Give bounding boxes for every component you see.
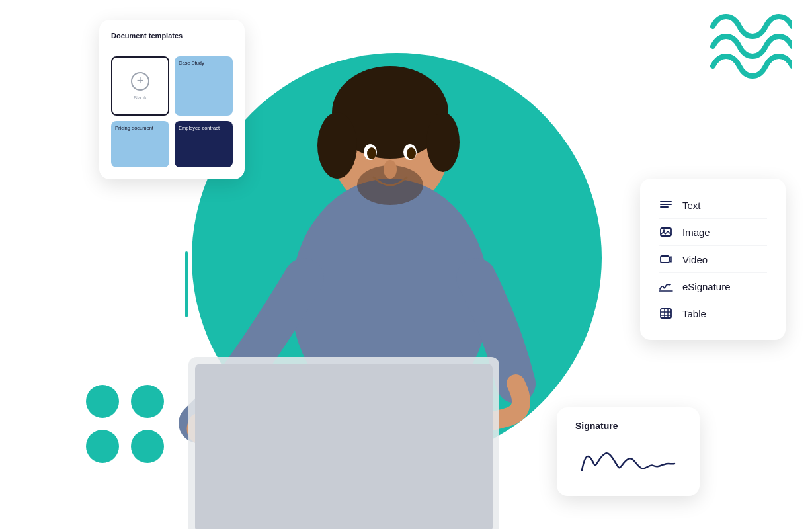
features-card: Text Image Video eSignatur <box>640 179 786 340</box>
dot-3 <box>86 430 119 463</box>
dot-1 <box>86 385 119 418</box>
feature-table[interactable]: Table <box>659 300 767 327</box>
feature-image-label: Image <box>682 227 710 238</box>
svg-rect-21 <box>661 256 669 263</box>
video-icon <box>659 252 673 266</box>
circle-background <box>192 53 602 463</box>
template-employee[interactable]: Employee contract <box>175 121 233 167</box>
svg-rect-19 <box>661 228 671 236</box>
text-icon <box>659 198 673 212</box>
dot-4 <box>131 430 164 463</box>
svg-rect-23 <box>661 309 671 318</box>
teal-accent-line <box>185 251 188 317</box>
templates-grid: + Blank Case Study Pricing document Empl… <box>111 56 233 167</box>
feature-text-label: Text <box>682 200 701 211</box>
esignature-icon <box>659 279 673 294</box>
signature-title: Signature <box>575 421 681 431</box>
feature-image[interactable]: Image <box>659 219 767 246</box>
template-blank-label: Blank <box>134 95 147 101</box>
template-case-study-label: Case Study <box>179 60 204 66</box>
doc-templates-title: Document templates <box>111 32 233 40</box>
template-employee-label: Employee contract <box>179 125 220 131</box>
template-case-study[interactable]: Case Study <box>175 56 233 116</box>
table-icon <box>659 306 673 321</box>
decorative-dots <box>86 385 164 463</box>
feature-esignature[interactable]: eSignature <box>659 273 767 300</box>
squiggle-decoration <box>706 13 792 82</box>
plus-circle-icon: + <box>131 72 149 91</box>
template-pricing[interactable]: Pricing document <box>111 121 169 167</box>
signature-card: Signature <box>557 407 700 496</box>
template-pricing-label: Pricing document <box>115 125 153 131</box>
template-blank[interactable]: + Blank <box>111 56 169 116</box>
doc-templates-card: Document templates + Blank Case Study Pr… <box>99 20 245 179</box>
feature-video-label: Video <box>682 254 708 265</box>
card-divider <box>111 48 233 48</box>
feature-video[interactable]: Video <box>659 246 767 273</box>
feature-text[interactable]: Text <box>659 192 767 219</box>
feature-esignature-label: eSignature <box>682 281 731 292</box>
feature-table-label: Table <box>682 308 706 319</box>
image-icon <box>659 225 673 239</box>
signature-drawing <box>575 440 681 483</box>
dot-2 <box>131 385 164 418</box>
